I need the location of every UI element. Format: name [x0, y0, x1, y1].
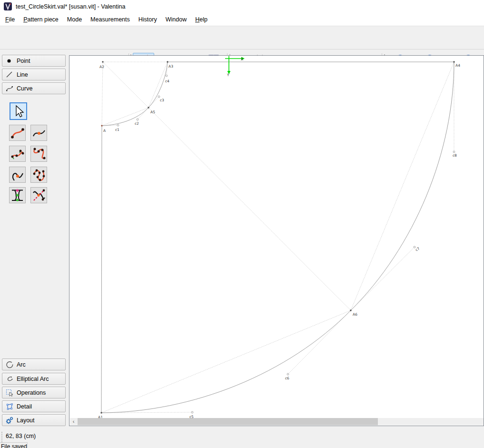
- y-axis-label: Y: [227, 73, 229, 77]
- point-A6[interactable]: [350, 309, 351, 311]
- control-point-c8[interactable]: [453, 151, 455, 153]
- construction-line-A5-A3: [148, 62, 168, 108]
- pattern-drawing: XYAA1A2A3A4A5A6c1c2c3c4c5c6c7c8: [69, 56, 484, 418]
- point-label-c3[interactable]: c3: [160, 98, 164, 102]
- line-icon: [6, 71, 13, 79]
- group-point-label: Point: [17, 58, 30, 64]
- point-A5[interactable]: [148, 107, 149, 108]
- group-point[interactable]: Point: [2, 55, 66, 67]
- tool-point-intersect-curves-button[interactable]: [9, 187, 26, 203]
- tool-cubic-bezier-button[interactable]: [30, 146, 47, 162]
- menu-history[interactable]: History: [134, 14, 161, 25]
- layout-gears-icon: [6, 417, 13, 424]
- point-intersect-curves-icon: [10, 189, 25, 202]
- main-toolbar: New Open Save Sync measurements: [0, 26, 484, 50]
- tool-spline-button[interactable]: [9, 125, 26, 141]
- construction-line-A-A5: [102, 108, 148, 126]
- point-A1[interactable]: [100, 412, 102, 413]
- select-arrow-icon: [12, 105, 25, 118]
- control-point-c5[interactable]: [191, 411, 193, 413]
- point-label-c1[interactable]: c1: [115, 128, 119, 132]
- tool-point-intersect-curve-axis-button[interactable]: [30, 187, 47, 203]
- menu-mode[interactable]: Mode: [63, 14, 86, 25]
- group-arc-label: Arc: [17, 361, 26, 368]
- point-along-spline-path-icon: [10, 168, 25, 181]
- detail-icon: [6, 403, 13, 410]
- group-line[interactable]: Line: [2, 69, 66, 80]
- tool-select-button[interactable]: [10, 102, 27, 120]
- point-label-A3[interactable]: A3: [168, 64, 173, 69]
- tool-spline-path-button[interactable]: [9, 146, 26, 162]
- tool-point-along-spline-path-button[interactable]: [9, 167, 26, 183]
- statusbar-grip: [1, 431, 3, 443]
- control-point-c6[interactable]: [287, 373, 289, 375]
- cubic-bezier-path-icon: [31, 168, 46, 181]
- spline-path-icon: [10, 147, 25, 160]
- point-label-A5[interactable]: A5: [150, 110, 155, 114]
- point-label-c2[interactable]: c2: [135, 121, 139, 126]
- group-line-label: Line: [17, 71, 28, 78]
- control-point-c3[interactable]: [158, 96, 160, 98]
- menu-help[interactable]: Help: [191, 14, 212, 25]
- point-label-A6[interactable]: A6: [353, 312, 357, 317]
- group-operations-label: Operations: [17, 389, 46, 396]
- point-intersect-curve-axis-icon: [31, 189, 46, 202]
- control-point-c4[interactable]: [166, 75, 168, 77]
- point-label-c8[interactable]: c8: [453, 153, 457, 158]
- menu-measurements[interactable]: Measurements: [86, 14, 134, 25]
- control-point-c2[interactable]: [137, 119, 138, 120]
- menu-window[interactable]: Window: [161, 14, 191, 25]
- elliptical-arc-icon: [6, 375, 13, 383]
- group-operations[interactable]: Operations: [2, 387, 66, 398]
- group-layout-label: Layout: [17, 417, 35, 424]
- point-A2[interactable]: [102, 61, 103, 62]
- curve-icon: [6, 85, 13, 92]
- status-bar: 62, 83 (cm) File saved: [0, 426, 484, 448]
- point-A3[interactable]: [167, 61, 168, 62]
- point-label-A[interactable]: A: [103, 129, 106, 133]
- seam-line-A-A1[interactable]: [101, 126, 102, 413]
- x-axis-label: X: [241, 57, 243, 61]
- point-label-A2[interactable]: A2: [99, 65, 104, 69]
- tool-point-along-spline-button[interactable]: [30, 125, 47, 141]
- group-arc[interactable]: Arc: [2, 358, 66, 370]
- group-detail-label: Detail: [17, 403, 32, 410]
- drawing-canvas[interactable]: XYAA1A2A3A4A5A6c1c2c3c4c5c6c7c8 ‹: [69, 55, 484, 426]
- point-label-A4[interactable]: A4: [455, 63, 460, 68]
- point-label-c6[interactable]: c6: [285, 376, 289, 380]
- point-A[interactable]: [101, 125, 102, 126]
- menu-pattern-piece[interactable]: Pattern piece: [19, 14, 63, 25]
- horizontal-scrollbar[interactable]: ‹: [70, 418, 484, 425]
- point-A4[interactable]: [453, 61, 454, 62]
- point-label-c4[interactable]: c4: [165, 79, 169, 83]
- cubic-bezier-icon: [31, 147, 46, 160]
- group-curve[interactable]: Curve: [2, 82, 66, 94]
- tool-cubic-bezier-path-button[interactable]: [30, 167, 47, 183]
- construction-line-A2-A: [102, 62, 103, 126]
- arc-icon: [6, 361, 13, 368]
- cursor-coordinates: 62, 83 (cm): [6, 433, 36, 439]
- valentina-app-icon: [4, 2, 12, 10]
- spline-icon: [10, 126, 25, 139]
- window-title: test_CircleSkirt.val* [susan.vit] - Vale…: [16, 3, 125, 10]
- operations-icon: [6, 389, 13, 397]
- scrollbar-thumb[interactable]: [78, 418, 378, 425]
- status-message-panel: File saved: [0, 442, 28, 448]
- group-elliptical-arc-label: Elliptical Arc: [17, 376, 49, 382]
- group-detail[interactable]: Detail: [2, 400, 66, 412]
- construction-line-A1-A6: [101, 310, 351, 413]
- scroll-left-arrow-icon[interactable]: ‹: [70, 418, 77, 425]
- construction-line-A6-c7: [351, 247, 415, 310]
- control-point-c1[interactable]: [117, 124, 119, 126]
- construction-line-A6-A4: [351, 62, 454, 310]
- tool-sidebar: Point Line Curve: [0, 50, 69, 431]
- construction-line-A2-A6: [103, 62, 351, 310]
- construction-line-A6-c6: [288, 310, 351, 374]
- point-along-spline-icon: [31, 126, 46, 139]
- title-bar: test_CircleSkirt.val* [susan.vit] - Vale…: [0, 0, 484, 13]
- group-elliptical-arc[interactable]: Elliptical Arc: [2, 373, 66, 385]
- menu-file[interactable]: File: [1, 14, 19, 25]
- point-icon: [6, 57, 13, 65]
- menu-bar: FilePattern pieceModeMeasurementsHistory…: [0, 13, 484, 26]
- group-layout[interactable]: Layout: [2, 414, 66, 426]
